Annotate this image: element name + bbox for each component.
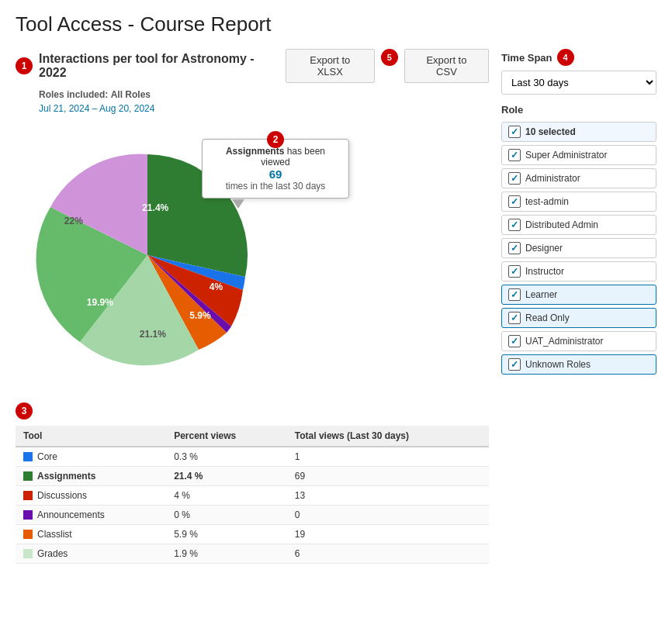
percent-cell-5: 1.9 % — [166, 544, 287, 564]
role-checkbox-1[interactable] — [508, 149, 521, 161]
role-item-7[interactable]: Learner — [501, 285, 656, 305]
role-checkbox-2[interactable] — [508, 172, 521, 185]
percent-cell-2: 4 % — [166, 486, 287, 506]
role-label-9: UAT_Administrator — [525, 336, 603, 347]
tool-color-5 — [23, 549, 33, 558]
export-xlsx-button[interactable]: Export to XLSX — [286, 49, 375, 83]
role-item-8[interactable]: Read Only — [501, 308, 656, 328]
role-checkbox-7[interactable] — [508, 288, 521, 301]
table-row-3: Announcements0 %0 — [16, 506, 489, 525]
role-label-4: Distributed Admin — [525, 219, 598, 230]
tool-name-3: Announcements — [37, 509, 105, 520]
date-range: Jul 21, 2024 – Aug 20, 2024 — [39, 103, 489, 114]
timespan-header: Time Span 4 — [501, 49, 656, 66]
role-label-10: Unknown Roles — [525, 359, 591, 370]
tool-color-2 — [23, 491, 33, 500]
role-checkbox-10[interactable] — [508, 358, 521, 371]
percent-cell-4: 5.9 % — [166, 525, 287, 544]
badge-5: 5 — [381, 49, 398, 66]
roles-list: 10 selectedSuper AdministratorAdministra… — [501, 122, 656, 375]
col-tool: Tool — [16, 426, 166, 447]
tool-name-1: Assignments — [37, 471, 95, 482]
table-row-0: Core0.3 %1 — [16, 447, 489, 467]
percent-cell-3: 0 % — [166, 506, 287, 525]
role-checkbox-3[interactable] — [508, 195, 521, 208]
tool-name-2: Discussions — [37, 490, 87, 501]
label-grades: 21.1% — [140, 329, 166, 340]
col-total: Total views (Last 30 days) — [287, 426, 489, 447]
tooltip-badge: 2 — [267, 131, 284, 148]
data-table: Tool Percent views Total views (Last 30 … — [16, 426, 489, 564]
percent-value-4: 5.9 % — [174, 529, 198, 540]
table-section: 3 Tool Percent views Total views (Last 3… — [16, 402, 489, 564]
percent-cell-0: 0.3 % — [166, 447, 287, 467]
total-cell-5: 6 — [287, 544, 489, 564]
tool-color-4 — [23, 530, 33, 539]
left-panel: 1 Interactions per tool for Astronomy - … — [16, 49, 489, 564]
role-checkbox-8[interactable] — [508, 312, 521, 324]
tooltip: 2 Assignments has been viewed 69 times i… — [202, 139, 349, 199]
percent-value-0: 0.3 % — [174, 451, 198, 462]
right-panel: Time Span 4 Last 30 daysLast 7 daysLast … — [501, 49, 656, 564]
role-checkbox-4[interactable] — [508, 219, 521, 231]
tool-color-0 — [23, 452, 33, 461]
role-item-9[interactable]: UAT_Administrator — [501, 331, 656, 351]
page-container: Tool Access - Course Report 1 Interactio… — [0, 0, 672, 576]
role-label-3: test-admin — [525, 196, 569, 207]
role-item-0[interactable]: 10 selected — [501, 122, 656, 142]
percent-value-5: 1.9 % — [174, 548, 198, 559]
timespan-label: Time Span — [501, 52, 552, 64]
tool-cell-3: Announcements — [16, 506, 166, 525]
percent-value-1: 21.4 % — [174, 471, 203, 482]
percent-cell-1: 21.4 % — [166, 467, 287, 486]
tool-name-4: Classlist — [37, 529, 72, 540]
tooltip-suffix: times in the last 30 days — [226, 181, 326, 192]
tooltip-content: Assignments has been viewed 69 times in … — [212, 146, 339, 192]
role-checkbox-0[interactable] — [508, 126, 521, 138]
tool-cell-2: Discussions — [16, 486, 166, 506]
role-checkbox-5[interactable] — [508, 242, 521, 254]
role-label-1: Super Administrator — [525, 150, 607, 161]
table-row-4: Classlist5.9 %19 — [16, 525, 489, 544]
label-assignments: 21.4% — [142, 202, 168, 213]
role-label-7: Learner — [525, 289, 557, 300]
badge-1: 1 — [16, 57, 33, 74]
main-content: 1 Interactions per tool for Astronomy - … — [16, 49, 656, 564]
role-item-3[interactable]: test-admin — [501, 192, 656, 212]
role-item-4[interactable]: Distributed Admin — [501, 215, 656, 235]
tool-name-0: Core — [37, 451, 57, 462]
table-row-5: Grades1.9 %6 — [16, 544, 489, 564]
tool-cell-0: Core — [16, 447, 166, 467]
table-row-1: Assignments21.4 %69 — [16, 467, 489, 486]
tool-color-3 — [23, 510, 33, 520]
roles-included-value: All Roles — [111, 89, 151, 100]
tool-cell-4: Classlist — [16, 525, 166, 544]
role-checkbox-6[interactable] — [508, 265, 521, 278]
role-item-2[interactable]: Administrator — [501, 168, 656, 188]
tool-name-5: Grades — [37, 548, 68, 559]
tool-color-1 — [23, 471, 33, 481]
role-checkbox-9[interactable] — [508, 335, 521, 347]
total-cell-2: 13 — [287, 486, 489, 506]
table-header: 3 — [16, 402, 489, 420]
role-item-1[interactable]: Super Administrator — [501, 145, 656, 165]
badge-4: 4 — [557, 49, 574, 66]
role-item-10[interactable]: Unknown Roles — [501, 354, 656, 375]
role-item-5[interactable]: Designer — [501, 238, 656, 258]
label-discussions: 4% — [210, 281, 223, 292]
export-csv-button[interactable]: Export to CSV — [404, 49, 489, 83]
label-classlist: 5.9% — [189, 310, 210, 321]
role-label-8: Read Only — [525, 312, 570, 323]
percent-value-2: 4 % — [174, 490, 190, 501]
role-label-0: 10 selected — [525, 126, 576, 137]
label-other: 19.9% — [87, 297, 113, 308]
total-cell-0: 1 — [287, 447, 489, 467]
table-row-2: Discussions4 %13 — [16, 486, 489, 506]
timespan-select[interactable]: Last 30 daysLast 7 daysLast 90 daysCusto… — [501, 71, 656, 95]
role-item-6[interactable]: Instructor — [501, 261, 656, 281]
badge-3: 3 — [16, 402, 33, 420]
export-buttons: Export to XLSX 5 Export to CSV — [286, 49, 489, 83]
tooltip-count: 69 — [212, 167, 339, 181]
page-title: Tool Access - Course Report — [16, 12, 656, 36]
total-cell-3: 0 — [287, 506, 489, 525]
